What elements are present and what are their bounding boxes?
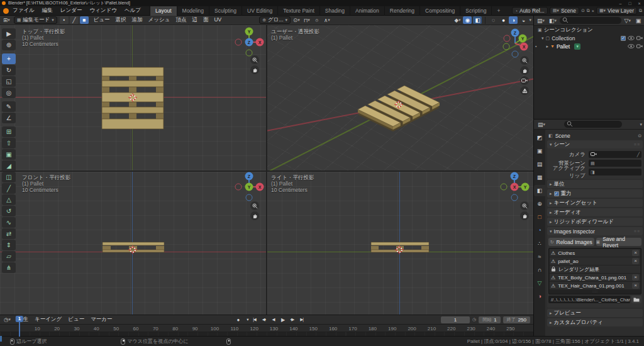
tool-annotate[interactable]: ✎	[2, 101, 16, 112]
panel-header-custom-properties[interactable]: ▸カスタムプロパティ	[547, 318, 643, 326]
tool-rotate[interactable]: ↻	[2, 65, 16, 75]
next-keyframe-button[interactable]: •▶	[288, 316, 296, 323]
properties-tab-view-layer[interactable]: ▦	[534, 172, 545, 183]
gizmo-axis-y[interactable]: Y	[521, 183, 530, 191]
gizmo-axis-x[interactable]: X	[511, 183, 519, 191]
workspace-tab-sculpting[interactable]: Sculpting	[209, 6, 242, 16]
viewport-front[interactable]: フロント・平行投影 (1) Pallet 10 Centimeters ZXY …	[0, 172, 266, 315]
properties-tab-particles[interactable]: ∴	[534, 238, 545, 249]
properties-search-input[interactable]	[564, 121, 622, 128]
panel-header-keying-sets[interactable]: ▸キーイングセット	[547, 199, 643, 207]
editor-corner-handle[interactable]	[0, 336, 2, 342]
gizmo-axis-x-negative[interactable]	[235, 184, 242, 191]
shading-wireframe-button[interactable]: ◌	[489, 16, 497, 24]
tool-tweak[interactable]: ▶	[2, 28, 16, 39]
menu-レンダー[interactable]: レンダー	[60, 7, 82, 14]
view-layer-selector[interactable]: ▦▾View Layer	[596, 7, 637, 14]
workspace-tab-animation[interactable]: Animation	[350, 6, 384, 16]
proportional-falloff-selector[interactable]: ∧▾	[323, 16, 331, 24]
viewport-menu-UV[interactable]: UV	[214, 16, 221, 24]
properties-tab-object[interactable]: □	[534, 211, 545, 223]
zoom-button[interactable]	[520, 201, 529, 210]
image-list-item[interactable]: ⚠TEX_Body_Chara_01.png.001×	[550, 274, 640, 281]
shading-dropdown[interactable]: ▾	[529, 18, 531, 23]
gravity-checkbox[interactable]: ✓	[554, 191, 559, 196]
gizmo-axis-z[interactable]: Z	[245, 38, 253, 47]
proportional-edit-toggle[interactable]: ○	[313, 16, 321, 24]
pan-button[interactable]	[520, 66, 529, 75]
add-workspace-button[interactable]: +	[491, 6, 505, 16]
viewport-top[interactable]: トップ・平行投影 (1) Pallet 10 Centimeters YXZ 4…	[0, 25, 266, 170]
open-file-button[interactable]	[631, 296, 641, 303]
gizmo-axis-y[interactable]: Y	[245, 28, 253, 36]
auto-save-button[interactable]: ◔Auto Rel...	[512, 7, 548, 14]
face-select-mode-button[interactable]: ■	[80, 16, 89, 24]
list-resize-grip[interactable]: :::::	[550, 290, 640, 293]
camera-view-button[interactable]	[520, 76, 529, 85]
viewport-menu-頂点[interactable]: 頂点	[175, 16, 186, 24]
properties-tab-object-data[interactable]: ▽	[534, 277, 545, 289]
delete-scene-button[interactable]: ×	[592, 9, 594, 13]
panel-header-gravity[interactable]: ▸✓重力	[547, 189, 643, 198]
tool-knife[interactable]: ╱	[2, 183, 16, 194]
xray-toggle[interactable]: ◧	[473, 16, 482, 24]
tool-poly-build[interactable]: △	[2, 194, 16, 205]
viewport-user[interactable]: ユーザー・透視投影 (1) Pallet ZYX 4">	[267, 25, 533, 170]
panel-header-images-inspector[interactable]: ▾Images Inspector≡≡	[547, 227, 643, 235]
vertex-select-mode-button[interactable]: •	[60, 16, 69, 24]
remove-image-button[interactable]: ×	[632, 282, 639, 289]
field-背景シーン[interactable]: ▤	[589, 160, 641, 167]
workspace-tab-uv-editing[interactable]: UV Editing	[242, 6, 277, 16]
save-and-revert-button[interactable]: ▣Save and Revert	[596, 238, 642, 246]
image-list-item[interactable]: レンダリング結果	[550, 265, 640, 273]
tool-scale[interactable]: ◱	[2, 76, 16, 87]
pin-id-icon[interactable]: ⊙	[638, 133, 641, 138]
show-overlays-toggle[interactable]: ◉	[463, 16, 472, 24]
timeline-editor-type-selector[interactable]: ◷▾	[3, 316, 12, 323]
mode-selector[interactable]: ▦編集モード▾	[14, 16, 57, 24]
tool-extrude-region[interactable]: ⇧	[2, 138, 16, 148]
perspective-toggle-button[interactable]	[520, 86, 529, 95]
new-view-layer-button[interactable]: ⧉	[639, 8, 642, 13]
image-list-item[interactable]: ⚠TEX_Hair_Chara_01.png.001×	[550, 282, 640, 289]
workspace-tab-shading[interactable]: Shading	[319, 6, 350, 16]
properties-tab-constraints[interactable]: ∩	[534, 264, 545, 276]
workspace-tab-scripting[interactable]: Scripting	[460, 6, 491, 16]
transform-orientation-selector[interactable]: ⊕グロ...▾	[259, 16, 291, 24]
field-アクティブクリップ[interactable]: ◨	[589, 169, 641, 176]
timeline-menu-ビュー[interactable]: ビュー	[68, 316, 84, 323]
image-filepath-field[interactable]: //..\..\..\..\..\..\Blender\..._Clothes_…	[548, 296, 630, 303]
properties-tab-render[interactable]: ▣	[534, 145, 545, 157]
properties-tab-scene[interactable]: ◧	[534, 185, 545, 196]
jump-to-end-button[interactable]: ▶|	[297, 316, 306, 323]
tool-smooth[interactable]: ∿	[2, 217, 16, 228]
image-list-item[interactable]: ⚠Clothes×	[550, 249, 640, 257]
editor-type-selector[interactable]: ⊞▾	[2, 16, 11, 24]
workspace-tab-rendering[interactable]: Rendering	[384, 6, 419, 16]
end-frame-field[interactable]: 終了250	[503, 316, 530, 323]
tool-measure[interactable]: ∠	[2, 113, 16, 123]
gizmo-axis-z[interactable]: Z	[511, 29, 519, 37]
properties-tab-world[interactable]: ⊕	[534, 198, 545, 209]
viewport-menu-ビュー[interactable]: ビュー	[94, 16, 110, 24]
gizmo-axis-y[interactable]: Y	[245, 183, 253, 191]
viewport-menu-選択[interactable]: 選択	[116, 16, 126, 24]
shading-solid-button[interactable]: ●	[499, 16, 508, 24]
properties-tab-output[interactable]: ▤	[534, 159, 545, 170]
timeline-ruler[interactable]: 1020304050607080901001101201301401501601…	[0, 325, 533, 332]
new-collection-button[interactable]: ▣	[634, 17, 643, 25]
gizmo-axis-y-negative[interactable]	[501, 184, 508, 191]
previous-keyframe-button[interactable]: ◀•	[260, 316, 268, 323]
blender-menu-icon[interactable]	[3, 8, 9, 14]
gizmo-axis-x-negative[interactable]	[504, 35, 511, 42]
gizmo-axis-z-negative[interactable]	[511, 194, 518, 201]
gizmo-axis-z-negative[interactable]	[512, 51, 519, 58]
scene-selector[interactable]: ▤▾Scene	[550, 7, 579, 14]
timeline-menu-キーイング[interactable]: キーイング	[35, 316, 62, 323]
tool-transform[interactable]: ◎	[2, 87, 16, 98]
timeline-menu-マーカー[interactable]: マーカー	[91, 316, 112, 323]
panel-header-preview[interactable]: ▸プレビュー	[547, 309, 643, 317]
panel-header-audio[interactable]: ▸オーディオ	[547, 208, 643, 216]
current-frame-indicator[interactable]: 1	[16, 316, 23, 322]
menu-ファイル[interactable]: ファイル	[13, 7, 35, 14]
